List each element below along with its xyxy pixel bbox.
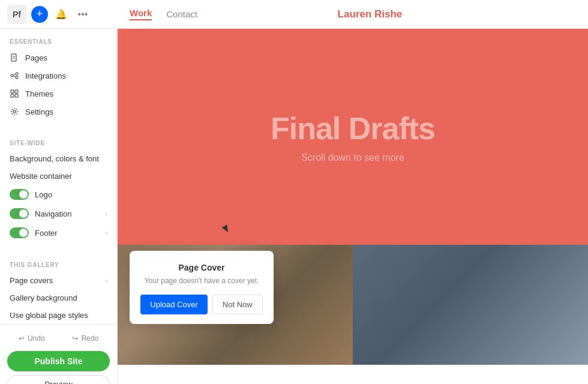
nav-contact[interactable]: Contact [166,9,197,19]
publish-button[interactable]: Publish Site [7,351,110,371]
integrations-icon [10,71,19,80]
sidebar-item-page-covers[interactable]: Page covers › [0,272,117,289]
bg-colors-label: Background, colors & font [10,154,99,163]
preview-area: Final Drafts Scroll down to see more CAU… [118,29,588,384]
undo-label: Undo [28,334,45,343]
redo-arrow-icon: ↪ [72,334,78,343]
svg-rect-10 [11,94,14,97]
essentials-label: Essentials [0,29,117,49]
hero-title: Final Drafts [271,110,435,146]
undo-redo-row: ↩ Undo ↪ Redo [7,331,110,346]
svg-point-5 [16,76,18,79]
toggle-navigation[interactable]: Navigation › [0,204,117,223]
settings-icon [10,107,19,116]
toggle-footer[interactable]: Footer › [0,223,117,242]
page-cover-modal: Page Cover Your page doesn't have a cove… [130,251,274,324]
preview-button[interactable]: Preview [7,375,110,384]
bell-button[interactable]: 🔔 [53,6,70,23]
top-bar-left: Pf + 🔔 ••• [0,5,118,24]
main-layout: Essentials Pages Int [0,29,588,384]
sidebar-item-global-page-styles[interactable]: Use global page styles [0,307,117,324]
site-title: Lauren Rishe [338,8,403,20]
sidebar-item-website-container[interactable]: Website container [0,167,117,185]
sitewide-label: Site-Wide [0,130,117,150]
modal-description: Your page doesn't have a cover yet. [139,276,264,286]
svg-point-4 [16,73,18,75]
more-button[interactable]: ••• [74,6,91,23]
toggle-logo[interactable]: Logo [0,185,117,204]
website-container-label: Website container [10,172,72,181]
sidebar-item-bg-colors[interactable]: Background, colors & font [0,150,117,167]
themes-icon [10,89,19,98]
svg-rect-11 [15,94,18,97]
pages-label: Pages [25,53,47,62]
logo-toggle-label: Logo [35,190,107,199]
add-button[interactable]: + [31,6,48,23]
integrations-label: Integrations [25,71,66,80]
undo-button[interactable]: ↩ Undo [7,331,56,346]
svg-point-3 [11,74,13,77]
sidebar-item-gallery-background[interactable]: Gallery background [0,289,117,307]
modal-title: Page Cover [139,263,264,272]
upload-cover-button[interactable]: Upload Cover [140,295,208,314]
sidebar-item-themes[interactable]: Themes [0,85,117,103]
svg-rect-0 [11,54,16,61]
svg-rect-8 [11,90,14,93]
hero-section: Final Drafts Scroll down to see more [118,29,588,245]
sidebar-item-settings[interactable]: Settings [0,103,117,121]
settings-label: Settings [25,107,53,116]
gallery-background-label: Gallery background [10,293,77,302]
navigation-chevron-icon: › [105,210,107,217]
gallery-image-2 [353,245,588,365]
undo-arrow-icon: ↩ [19,334,25,343]
navigation-toggle-label: Navigation [35,209,99,218]
themes-label: Themes [25,89,53,98]
global-page-styles-label: Use global page styles [10,311,88,320]
footer-toggle-label: Footer [35,229,99,238]
redo-label: Redo [81,334,98,343]
hero-subtitle: Scroll down to see more [301,152,404,163]
not-now-button[interactable]: Not Now [212,295,263,314]
top-bar: Pf + 🔔 ••• Work Contact Lauren Rishe [0,0,588,29]
sidebar-bottom: ↩ Undo ↪ Redo Publish Site Preview [0,324,117,384]
footer-toggle[interactable] [10,227,29,238]
logo-toggle[interactable] [10,189,29,200]
main-content: Final Drafts Scroll down to see more CAU… [118,29,588,384]
svg-point-12 [13,110,16,113]
site-nav: Work Contact Lauren Rishe [118,8,540,20]
nav-work[interactable]: Work [130,8,152,20]
redo-button[interactable]: ↪ Redo [61,331,110,346]
sidebar-item-pages[interactable]: Pages [0,49,117,67]
page-covers-label: Page covers [10,276,53,285]
sidebar: Essentials Pages Int [0,29,118,384]
pages-icon [10,53,19,62]
svg-line-6 [13,74,16,76]
modal-actions: Upload Cover Not Now [139,295,264,314]
svg-rect-9 [15,90,18,93]
svg-line-7 [13,76,16,77]
pf-logo[interactable]: Pf [7,5,26,24]
sidebar-item-integrations[interactable]: Integrations [0,67,117,85]
navigation-toggle[interactable] [10,208,29,219]
this-gallery-label: This Gallery [0,252,117,272]
footer-chevron-icon: › [105,229,107,236]
page-covers-chevron-icon: › [105,277,107,284]
